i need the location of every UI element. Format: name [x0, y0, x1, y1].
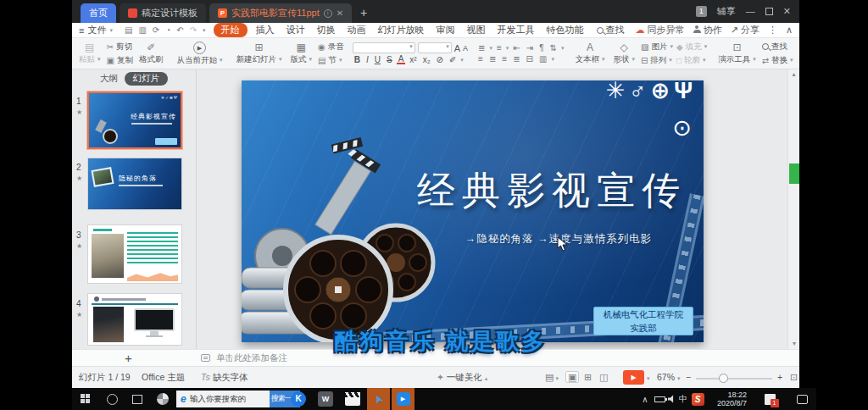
font-name-select[interactable] — [353, 42, 415, 53]
numbering-icon[interactable]: ≡ — [495, 43, 504, 53]
format-painter-button[interactable]: ✐ 格式刷 — [136, 42, 166, 65]
slide-canvas[interactable]: ✳♂⊕Ψ ⊙ 经典影视宣传 →隐秘的角落 →速度与激情系列电影 机械电气化工程学… — [242, 80, 704, 342]
text-direction-icon[interactable]: ▥ — [537, 54, 548, 64]
shrink-font-button[interactable]: A — [463, 44, 468, 53]
tab-close-icon[interactable]: ✕ — [337, 8, 343, 18]
zoom-slider[interactable] — [696, 378, 772, 380]
align-left-icon[interactable]: ≡ — [476, 54, 485, 64]
save-icon[interactable]: ▤ — [125, 25, 132, 35]
new-slide-button[interactable]: ⊞ 新建幻灯片▾ — [233, 42, 284, 65]
record-button[interactable]: ◉录音 — [318, 42, 344, 53]
menu-review[interactable]: 审阅 — [431, 24, 461, 36]
subscript-button[interactable]: x₂ — [421, 55, 432, 64]
missing-font-warning[interactable]: Ts 缺失字体 — [201, 372, 248, 384]
align-right-icon[interactable]: ≡ — [500, 54, 509, 64]
tab-gaoding-template[interactable]: 稿定设计模板 — [120, 3, 206, 23]
paragraph-icon[interactable]: ¶ — [537, 43, 545, 53]
menu-home[interactable]: 开始 — [214, 23, 248, 37]
taskbar-search-box[interactable]: e 输入你要搜索的 — [176, 391, 270, 407]
browser-pinwheel-button[interactable] — [153, 388, 172, 410]
font-color-button[interactable]: A — [397, 55, 406, 64]
undo-icon[interactable]: ↶ — [176, 25, 183, 35]
play-options-icon[interactable]: ▾ — [647, 372, 650, 382]
present-tools-button[interactable]: ⊡ 演示工具▾ — [715, 42, 759, 65]
slide-sorter-icon[interactable]: ⊞ — [582, 372, 593, 383]
slideshow-play-button[interactable]: ▶ — [623, 370, 644, 385]
picture-button[interactable]: ▨图片▾ — [641, 42, 673, 53]
strikethrough-button[interactable]: S — [385, 55, 394, 64]
zoom-out-button[interactable]: − — [686, 372, 691, 382]
menu-slideshow[interactable]: 幻灯片放映 — [372, 24, 431, 36]
align-center-icon[interactable]: ≣ — [487, 54, 498, 64]
menu-animation[interactable]: 动画 — [342, 24, 372, 36]
video-player-app-button[interactable]: ▶ — [392, 388, 415, 410]
theme-name[interactable]: Office 主题 — [142, 372, 185, 384]
menu-insert[interactable]: 插入 — [250, 24, 281, 36]
file-menu[interactable]: ≡ 文件 ▾ — [72, 24, 120, 36]
tab-outline[interactable]: 大纲 — [100, 73, 118, 85]
scrollbar-marker[interactable] — [789, 163, 799, 184]
shapes-button[interactable]: ◇ 形状▾ — [610, 42, 637, 65]
minimize-button[interactable]: — — [746, 7, 755, 16]
tray-expand-button[interactable]: ∧ — [638, 388, 652, 410]
decrease-indent-icon[interactable]: ⇤ — [511, 43, 521, 53]
add-slide-button[interactable]: + — [125, 351, 132, 365]
find-menu[interactable]: 查找 — [590, 24, 632, 36]
user-name[interactable]: 辅享 — [717, 5, 736, 18]
tab-home[interactable]: 首页 — [81, 3, 116, 23]
chevron-down-icon[interactable]: ▾ — [203, 27, 206, 34]
menu-view[interactable]: 视图 — [461, 24, 492, 36]
slide-thumbnail-2[interactable]: 隐秘的角落 — [87, 158, 182, 210]
increase-indent-icon[interactable]: ⇥ — [525, 43, 535, 53]
beautify-button[interactable]: ✦ 一键美化 ▴ — [437, 372, 487, 384]
tab-slides[interactable]: 幻灯片 — [125, 72, 169, 86]
start-button[interactable] — [75, 388, 96, 410]
notes-view-icon[interactable]: ▤▾ — [543, 372, 559, 383]
share-button[interactable]: ↗ 分享 — [731, 24, 760, 36]
copy-button[interactable]: ▣复制 — [107, 55, 133, 66]
scroll-up-icon[interactable]: ▴ — [788, 69, 799, 80]
find-button[interactable]: 查找 — [762, 42, 793, 53]
maximize-button[interactable] — [765, 8, 773, 15]
collaborate-button[interactable]: 协作 — [693, 24, 722, 36]
justify-icon[interactable]: ≣ — [511, 54, 521, 64]
slide-thumbnail-3[interactable] — [87, 224, 182, 284]
video-editor-app-button[interactable] — [342, 388, 364, 410]
sync-icon[interactable]: ⟳ — [153, 25, 159, 35]
history-icon[interactable]: ◔ — [165, 25, 170, 35]
slide-title[interactable]: 经典影视宣传 — [404, 165, 699, 216]
action-center-button[interactable] — [793, 388, 811, 410]
normal-view-icon[interactable]: ▣ — [565, 372, 579, 383]
task-view-button[interactable] — [128, 388, 147, 410]
arrange-button[interactable]: ⊟排列▾ — [641, 55, 673, 66]
fit-slide-icon[interactable]: ⊡ — [788, 372, 799, 383]
underline-button[interactable]: U — [373, 55, 382, 64]
cut-button[interactable]: ✂剪切 — [107, 42, 133, 53]
notification-tray-icon[interactable]: 1 — [760, 388, 779, 410]
kugou-app-button[interactable]: K — [287, 388, 309, 410]
menu-features[interactable]: 特色功能 — [541, 24, 590, 36]
slide-thumbnail-1[interactable]: ✳♂⊕Ψ 经典影视宣传 — [87, 91, 182, 149]
bullets-icon[interactable]: ≣ — [476, 43, 487, 53]
taskbar-clock[interactable]: 18:22 2020/8/7 — [706, 388, 747, 410]
select-button[interactable]: ▸ 选择▾ — [797, 42, 799, 65]
menu-transition[interactable]: 切换 — [311, 24, 342, 36]
slide-symbols-text[interactable]: ✳♂⊕Ψ — [606, 80, 697, 104]
layout-button[interactable]: ▦ 版式▾ — [288, 42, 315, 65]
new-tab-button[interactable]: + — [360, 6, 367, 19]
slide-sun-symbol[interactable]: ⊙ — [672, 114, 692, 141]
sync-status[interactable]: ☁ 同步异常 — [636, 24, 685, 36]
w-app-button[interactable]: W — [314, 388, 337, 410]
replace-button[interactable]: ⇄替换▾ — [762, 55, 793, 66]
menu-design[interactable]: 设计 — [281, 24, 311, 36]
slide-thumbnail-4[interactable] — [87, 293, 182, 346]
collapse-ribbon-icon[interactable]: ∧ — [786, 25, 793, 36]
more-icon[interactable]: ⋮ — [768, 25, 777, 36]
scroll-down-icon[interactable]: ▾ — [788, 339, 799, 349]
zoom-slider-thumb[interactable] — [719, 374, 728, 383]
textbox-button[interactable]: A 文本框▾ — [572, 42, 607, 65]
message-badge[interactable]: 1 — [696, 6, 707, 17]
menu-devtools[interactable]: 开发工具 — [492, 24, 541, 36]
zoom-level[interactable]: 67% ▾ — [657, 372, 680, 382]
distribute-icon[interactable]: ⊟ — [525, 54, 535, 64]
